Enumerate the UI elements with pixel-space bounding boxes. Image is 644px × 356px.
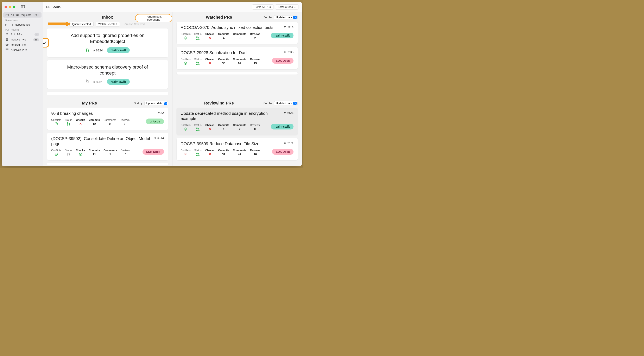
pr-number: # 3235 xyxy=(284,50,294,54)
svg-rect-6 xyxy=(6,49,8,49)
watched-card[interactable]: RCOCOA-2070: Added sync mixed collection… xyxy=(176,22,298,44)
sort-label: Sort by xyxy=(134,102,142,105)
watched-card[interactable]: DOCSP-29928 Serialization for Dart # 323… xyxy=(176,47,298,69)
sidebar-item-solo[interactable]: Solo PRs 1 xyxy=(2,32,43,37)
sidebar-label: Ignored PRs xyxy=(11,43,26,46)
svg-point-14 xyxy=(196,36,198,38)
my-pr-card[interactable] xyxy=(47,163,168,165)
ignore-selected-button[interactable]: Ignore Selected xyxy=(70,22,94,26)
stat-status-icon xyxy=(194,152,202,157)
sidebar-count-badge: 35 xyxy=(33,38,39,41)
repo-pill: realm-swift xyxy=(271,33,294,38)
panel-my-prs: My PRs Sort by Updated date ⌃⌄ v0.8 brea… xyxy=(43,98,172,166)
sidebar-label: Solo PRs xyxy=(11,33,22,36)
stat-conflicts-icon xyxy=(181,152,191,156)
my-pr-card[interactable]: v0.8 breaking changes # 22 Conflicts Sta… xyxy=(47,108,168,130)
stat-commits: 1 xyxy=(218,128,229,131)
annotation-arrow-icon xyxy=(46,20,71,28)
pr-title: DOCSP-29928 Serialization for Dart xyxy=(181,50,281,55)
reviewing-card[interactable]: Update deprecated method usage in encryp… xyxy=(176,108,298,135)
folder-icon xyxy=(10,24,13,26)
svg-point-35 xyxy=(196,155,198,156)
stat-commits: 33 xyxy=(218,62,229,65)
repo-pill: realm-swift xyxy=(271,124,294,130)
stat-label: Checks xyxy=(205,33,214,36)
sidebar-toggle-icon[interactable] xyxy=(21,5,25,9)
window-close-button[interactable] xyxy=(4,6,7,8)
sidebar-item-ignored[interactable]: Ignored PRs xyxy=(2,42,43,47)
toolbar: PR Focus Fetch All PRs Fetch a repo⌄ xyxy=(43,2,302,12)
stat-label: Conflicts xyxy=(181,33,191,36)
stat-checks-icon xyxy=(205,152,214,156)
sidebar-item-archived[interactable]: Archived PRs xyxy=(2,47,43,52)
stat-reviews: 0 xyxy=(120,152,130,156)
stat-comments: 47 xyxy=(233,152,246,156)
stat-label: Comments xyxy=(233,58,246,61)
sort-select[interactable]: Updated date ⌃⌄ xyxy=(144,101,168,105)
repo-pill: prfocus xyxy=(146,118,164,124)
svg-point-24 xyxy=(69,125,70,126)
stat-checks-icon xyxy=(205,36,214,40)
stat-label: Reviews xyxy=(120,149,130,152)
stat-label: Comments xyxy=(233,33,246,36)
inbox-card[interactable]: Macro-based schema discovery proof of co… xyxy=(47,60,168,89)
stat-label: Status xyxy=(65,149,72,152)
chevron-down-icon: ⌄ xyxy=(294,6,296,8)
pr-title: (DOCSP-39502): Consolidate Define an Obj… xyxy=(51,136,152,146)
fetch-repo-button[interactable]: Fetch a repo⌄ xyxy=(275,4,298,10)
svg-point-15 xyxy=(196,39,198,40)
svg-point-16 xyxy=(198,39,199,40)
stat-label: Status xyxy=(65,118,72,122)
stat-status-icon xyxy=(65,152,72,157)
stat-label: Commits xyxy=(218,33,229,36)
sidebar-item-inactive[interactable]: Inactive PRs 35 xyxy=(2,37,43,42)
stat-comments: 0 xyxy=(104,122,116,126)
stat-status-icon xyxy=(194,36,202,41)
repo-pill: SDK Docs xyxy=(272,58,294,64)
repo-pill: SDK Docs xyxy=(142,149,164,155)
bulk-operations-toggle[interactable]: Perform bulk operations xyxy=(135,14,172,22)
stat-label: Checks xyxy=(76,149,85,152)
stat-reviews: 2 xyxy=(250,36,260,40)
my-pr-card[interactable]: (DOCSP-39502): Consolidate Define an Obj… xyxy=(47,133,168,160)
window-minimize-button[interactable] xyxy=(9,6,11,8)
stat-commits: 4 xyxy=(218,36,229,40)
svg-point-19 xyxy=(196,64,198,65)
fetch-all-button[interactable]: Fetch All PRs xyxy=(252,4,274,10)
stat-label: Conflicts xyxy=(181,124,191,126)
pr-status-icon xyxy=(86,48,89,52)
pr-number: # 22 xyxy=(158,111,164,114)
pr-title: RCOCOA-2070: Added sync mixed collection… xyxy=(181,25,281,30)
sort-select[interactable]: Updated date ⌃⌄ xyxy=(274,15,298,20)
repo-pill: SDK Docs xyxy=(272,149,294,155)
inbox-card[interactable]: Add support to ignored properties on Emb… xyxy=(47,28,168,57)
sort-label: Sort by xyxy=(264,16,272,19)
reviewing-card[interactable]: DOCSP-39509 Reduce Database File Size # … xyxy=(176,138,298,160)
sidebar-item-all-prs[interactable]: All Pull Requests 36 xyxy=(3,12,42,18)
window-maximize-button[interactable] xyxy=(13,6,15,8)
sidebar-item-repositories[interactable]: ▶ Repositories xyxy=(2,22,43,27)
archive-selected-button: Archive Selected xyxy=(122,22,148,26)
stat-label: Checks xyxy=(76,118,85,122)
stat-label: Conflicts xyxy=(51,118,61,122)
svg-point-11 xyxy=(86,82,87,83)
stat-reviews: 0 xyxy=(250,128,260,131)
stat-conflicts-icon xyxy=(181,128,191,131)
stat-label: Reviews xyxy=(250,58,260,61)
watched-card[interactable] xyxy=(176,72,298,74)
select-caret-icon: ⌃⌄ xyxy=(293,16,296,19)
stat-checks-icon xyxy=(76,122,85,126)
stat-label: Reviews xyxy=(250,124,260,126)
solo-icon xyxy=(5,33,9,36)
stat-status-icon xyxy=(194,62,202,66)
svg-rect-2 xyxy=(6,14,8,16)
watch-selected-button[interactable]: Watch Selected xyxy=(96,22,120,26)
archived-icon xyxy=(5,48,9,51)
inbox-card[interactable] xyxy=(47,92,168,95)
sort-select[interactable]: Updated date ⌃⌄ xyxy=(274,101,298,105)
svg-point-26 xyxy=(67,153,68,154)
bulk-select-checkbox[interactable] xyxy=(43,38,49,48)
stat-label: Checks xyxy=(205,124,214,126)
stat-conflicts-icon xyxy=(181,36,191,40)
stat-conflicts-icon xyxy=(181,62,191,66)
